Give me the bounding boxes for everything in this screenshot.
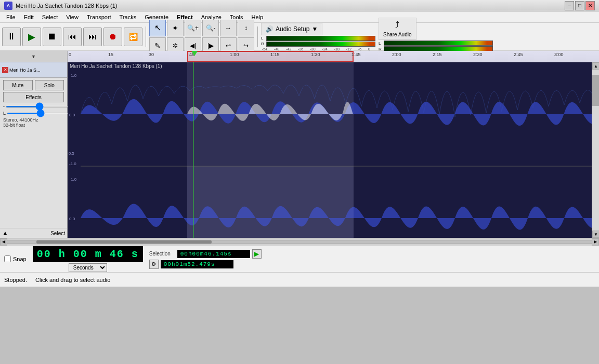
menu-select[interactable]: Select	[38, 13, 62, 21]
pan-row: L R	[3, 111, 64, 116]
collapse-button[interactable]: ▲	[2, 230, 8, 237]
snap-checkbox[interactable]	[4, 255, 11, 262]
menu-edit[interactable]: Edit	[20, 13, 38, 21]
ch2-selection	[187, 166, 354, 238]
skip-back-button[interactable]: ⏮	[63, 28, 82, 46]
selection-time1[interactable]: 00h00m46.145s	[177, 250, 250, 258]
vu-l-bar	[266, 36, 375, 41]
track-header: ✕ Meri Ho Ja S...	[0, 62, 67, 78]
scroll-left-arrow[interactable]: ◀	[0, 238, 7, 246]
gain-row: - +	[3, 104, 64, 109]
scroll-thumb-h[interactable]	[36, 240, 212, 244]
skip-forward-button[interactable]: ⏭	[83, 28, 102, 46]
selection-tool-button[interactable]: ↖	[149, 20, 166, 36]
tracks-container: ▼ 0 15 30 45 1:00 1:15 1:30 1:45 2:00 2:…	[0, 51, 599, 238]
gain-minus-icon: -	[3, 104, 5, 109]
titlebar-left: A Meri Ho Ja Sachet Tandon 128 Kbps (1)	[4, 2, 117, 10]
snap-area: Snap	[4, 255, 27, 262]
titlebar: A Meri Ho Ja Sachet Tandon 128 Kbps (1) …	[0, 0, 599, 11]
ch2-label-top: 1.0	[71, 177, 77, 182]
time-display[interactable]: 00 h 00 m 46 s	[33, 246, 143, 262]
transport-controls: ⏸ ▶ ⏹ ⏮ ⏭ ⏺ 🔁	[2, 28, 142, 46]
audio-setup-button[interactable]: 🔊 Audio Setup ▼	[261, 23, 322, 35]
play-button[interactable]: ▶	[22, 28, 41, 46]
app-icon: A	[4, 2, 12, 10]
waveform-svg: 1.0 0.0 -0.5 -1.0 1.0	[68, 62, 592, 238]
speaker-icon: 🔊	[266, 25, 274, 33]
horizontal-scrollbar: ◀ ▶	[0, 238, 599, 245]
track-name-label: Meri Ho Ja S...	[9, 68, 65, 73]
scroll-track-h[interactable]	[7, 240, 592, 244]
solo-button[interactable]: Solo	[35, 80, 64, 90]
pause-button[interactable]: ⏸	[2, 28, 21, 46]
menu-tracks[interactable]: Tracks	[115, 13, 141, 21]
ruler-ticks-inner: 0 15 30 45 1:00 1:15 1:30 1:45 2:00 2:15…	[68, 51, 599, 62]
share-audio-button[interactable]: ⤴ Share Audio	[379, 18, 416, 40]
track-info-bit: 32-bit float	[3, 123, 64, 128]
track-info: Stereo, 44100Hz 32-bit float	[3, 117, 64, 128]
scroll-right-arrow[interactable]: ▶	[592, 238, 599, 246]
bottom-toolbar: Snap 00 h 00 m 46 s Seconds hh:mm:ss Sam…	[0, 245, 599, 272]
zoom-out-button[interactable]: 🔍-	[202, 20, 219, 36]
record-button[interactable]: ⏺	[103, 28, 122, 46]
snap-label: Snap	[13, 256, 27, 262]
input-vu: L R -54-48-42-36-30-24-18-12-60	[261, 36, 375, 51]
zoom-in-button[interactable]: 🔍+	[185, 20, 201, 36]
waveform-area[interactable]: Meri Ho Ja Sachet Tandon 128 Kbps (1) 1.…	[68, 62, 592, 238]
share-audio-label: Share Audio	[383, 32, 412, 37]
ruler-spacer: ▼	[0, 51, 68, 62]
scroll-thumb-v[interactable]	[592, 75, 599, 106]
maximize-button[interactable]: □	[575, 1, 584, 10]
effects-button[interactable]: Effects	[3, 92, 64, 102]
ruler-row: ▼ 0 15 30 45 1:00 1:15 1:30 1:45 2:00 2:…	[0, 51, 599, 62]
pb-l-label: L	[379, 41, 383, 46]
menu-transport[interactable]: Transport	[83, 13, 115, 21]
time-format-select[interactable]: Seconds hh:mm:ss Samples	[69, 263, 107, 272]
time-area: 00 h 00 m 46 s Seconds hh:mm:ss Samples	[33, 246, 143, 272]
fit-button[interactable]: ↔	[220, 20, 237, 36]
status-text: Stopped.	[4, 277, 27, 283]
selection-time2[interactable]: 00h01m52.479s	[161, 260, 233, 268]
menu-view[interactable]: View	[62, 13, 83, 21]
selection-play-button[interactable]: ▶	[252, 249, 262, 259]
track-label-panel: ✕ Meri Ho Ja S... Mute Solo Effects - +	[0, 62, 68, 238]
minimize-button[interactable]: –	[565, 1, 574, 10]
ch1-label-min: -1.0	[69, 161, 76, 166]
playhead-marker	[191, 51, 198, 56]
scroll-down-arrow[interactable]: ▼	[592, 231, 599, 238]
close-button[interactable]: ✕	[585, 1, 595, 10]
ch2-label-mid: 0.0	[69, 217, 75, 221]
track-area: ✕ Meri Ho Ja S... Mute Solo Effects - +	[0, 62, 599, 238]
scroll-track-v	[592, 70, 599, 231]
chevron-down-icon: ▼	[311, 25, 318, 33]
window-title: Meri Ho Ja Sachet Tandon 128 Kbps (1)	[16, 3, 117, 9]
menubar: File Edit Select View Transport Tracks G…	[0, 11, 599, 23]
menu-file[interactable]: File	[2, 13, 20, 21]
stop-button[interactable]: ⏹	[43, 28, 61, 46]
track-close-button[interactable]: ✕	[2, 67, 8, 73]
pb-l-bar	[384, 41, 493, 46]
fit-v-button[interactable]: ↕	[238, 20, 254, 36]
envelope-tool-button[interactable]: ✦	[167, 20, 184, 36]
vu-r-bar	[266, 42, 375, 47]
toolbar-separator-2	[257, 26, 258, 47]
vertical-scrollbar[interactable]: ▲ ▼	[592, 62, 599, 238]
track-bottom-row: ▲ Select	[0, 228, 67, 238]
selection-settings-button[interactable]: ⚙	[149, 260, 159, 269]
ruler-main[interactable]: 0 15 30 45 1:00 1:15 1:30 1:45 2:00 2:15…	[68, 51, 599, 62]
toolbar-separator-1	[146, 26, 146, 47]
seconds-row: Seconds hh:mm:ss Samples	[69, 263, 107, 272]
mute-button[interactable]: Mute	[3, 80, 33, 90]
pan-l-label: L	[3, 111, 6, 116]
vu-meters: L R -54-48-42-36-30-24-18-12-60	[261, 36, 375, 51]
gain-slider[interactable]	[6, 106, 73, 107]
statusbar: Stopped. Click and drag to select audio	[0, 272, 599, 287]
ruler-ticks: 0 15 30 45 1:00 1:15 1:30 1:45 2:00 2:15…	[68, 51, 599, 62]
scroll-up-arrow[interactable]: ▲	[592, 62, 599, 70]
ch1-label-top: 1.0	[71, 73, 77, 78]
selection-area: Selection 00h00m46.145s ▶ ⚙ 00h01m52.479…	[149, 249, 262, 269]
loop-button[interactable]: 🔁	[124, 28, 142, 46]
main-toolbar: ⏸ ▶ ⏹ ⏮ ⏭ ⏺ 🔁 ↖ ✦ 🔍+ 🔍- ↔ ↕ ✎ ✲ ◀| |▶ ↩ …	[0, 23, 599, 51]
titlebar-buttons[interactable]: – □ ✕	[565, 1, 595, 10]
pan-slider[interactable]	[7, 113, 74, 114]
